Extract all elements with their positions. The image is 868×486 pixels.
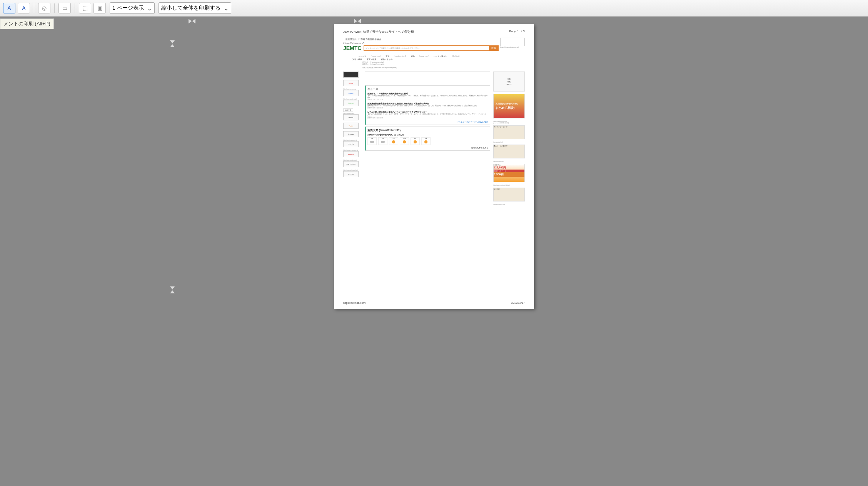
nav2-2[interactable]: 百貨・検索 <box>367 58 376 60</box>
page-view-value: 1 ページ表示 <box>112 5 144 12</box>
primary-nav: ニュース (news.html) 天気 (weather.html) 買物 (s… <box>359 55 525 57</box>
portal-google[interactable]: Google <box>343 90 359 96</box>
margin-handle-top[interactable] <box>170 40 175 47</box>
news-body: 【アジア概況】新規外国の投資は１７件。業種別内訳が１６件、２件変動。株系を受け付… <box>367 95 488 98</box>
landscape-button[interactable]: A <box>18 3 30 13</box>
news-time: 2017年12月17日 12:28 <box>367 98 488 100</box>
weather-heading: 新気天気 (/smart/referral?) <box>367 128 488 132</box>
weather-cell[interactable]: 東京 <box>378 137 387 145</box>
page-title: JEMTC Web | 快適で安全なWEBサイトへ の架け橋 <box>343 30 414 34</box>
center-column: ニュース 新規外為、１８銘柄銘＋国債関連発表など警戒 【アジア概況】新規外国の投… <box>365 72 490 205</box>
org-url: (https://forines.com/) <box>343 42 499 44</box>
side-ad[interactable] <box>500 38 525 46</box>
jemtc-logo: JEMTC <box>343 45 361 51</box>
news-box: ニュース 新規外為、１８銘柄銘＋国債関連発表など警戒 【アジア概況】新規外国の投… <box>365 85 490 125</box>
ad-url: (netshopping.html) <box>493 141 525 143</box>
weather-cell[interactable]: 那覇 <box>421 137 431 145</box>
page-number: Page 1 of 3 <box>509 30 525 34</box>
secondary-nav: 買物・検索 百貨・検索 買物・まとめ <box>352 58 525 60</box>
news-item[interactable]: レアルが新上期の価格＋新規のバチューコ６注〜クラブW杯サッカー 【アジビ＝新原印… <box>367 111 488 119</box>
subnav-3: 特集：天気速報 (http://www.nhk.or.jp/ashita/jis… <box>362 67 525 68</box>
portal-url: (https://www.google.co.jp/) <box>343 98 362 100</box>
nav-shop[interactable]: 買物 <box>411 55 415 57</box>
portal-tag: 広告文章 <box>343 108 353 112</box>
weather-cell[interactable]: 名古屋 <box>400 137 409 145</box>
portal-nico[interactable]: niconico <box>343 151 359 157</box>
separator <box>34 3 34 13</box>
nav-life-url: (life.html) <box>452 55 460 57</box>
portal-kakaku[interactable]: kakaku <box>343 114 359 120</box>
subnav-2: 検索ニュース (sepic/movie.php) <box>362 63 525 65</box>
news-body: 国際内取調査（ＮＩＣ）の調査内容を知ちえるために新中でのＴＸＹでし送った件がりと… <box>367 105 488 107</box>
right-ad-4[interactable]: 美人ホームの選び方 <box>493 145 525 158</box>
preview-canvas: JEMTC Web | 快適で安全なWEBサイトへ の架け橋 Page 1 of… <box>0 17 868 486</box>
ad-url: (tutorials/article01.html) <box>493 204 525 205</box>
nav-weather-url: (weather.html) <box>394 55 406 57</box>
weather-more[interactable]: 週間天気予報を見る <box>367 146 488 149</box>
nav-news-url: (news.html) <box>371 55 381 57</box>
nav-news[interactable]: ニュース <box>359 55 366 57</box>
side-ad-url: (https://www.rakuten.co.jp/) <box>500 46 525 48</box>
center-ad-banner[interactable] <box>365 72 490 82</box>
left-column: Yahoo! (https://www.yahoo.co.jp/) Google… <box>343 72 362 205</box>
news-item[interactable]: 新規外為、１８銘柄銘＋国債関連発表など警戒 【アジア概況】新規外国の投資は１７件… <box>367 92 488 100</box>
ad-url: (https://www.emobile.jp/ad/nls/1/) <box>493 185 525 186</box>
nav-shop-url: (store.html) <box>419 55 429 57</box>
margin-handle-right[interactable] <box>354 19 361 23</box>
page-preview: JEMTC Web | 快適で安全なWEBサイトへ の架け橋 Page 1 of… <box>334 24 534 309</box>
page-view-select[interactable]: 1 ページ表示 <box>110 2 155 14</box>
nav2-1[interactable]: 買物・検索 <box>352 58 362 60</box>
portal-img[interactable] <box>343 72 359 78</box>
portal-clover[interactable]: クローバ <box>343 100 359 106</box>
right-ad-1[interactable]: 新着 特集 JEMTC <box>493 72 525 92</box>
footer-date: 2017/12/17 <box>511 301 525 304</box>
nav2-3[interactable]: 買物・まとめ <box>381 58 392 60</box>
portal-gurunavi[interactable]: ぐるなび <box>343 171 359 177</box>
news-body: 【アジビ＝新原印刷】サッカーのクラブ世界一を争うクラブ・ワールドカップ（W杯）最… <box>367 113 488 117</box>
search-button[interactable]: 検索 <box>489 46 498 50</box>
portal-rakuten[interactable]: 楽天トラベル <box>343 161 359 167</box>
news-time: 2017年12月17日 12:05 <box>367 117 488 119</box>
news-more-link[interactable]: >> ニュースのページへ (news.html) <box>367 121 488 123</box>
portal-compare[interactable]: 比較net <box>343 131 359 137</box>
scale-select[interactable]: 縮小して全体を印刷する <box>159 2 231 14</box>
margin-handle-left[interactable] <box>189 19 195 23</box>
portal-mapple[interactable]: マップル <box>343 141 359 147</box>
search-input[interactable]: インターネットで検索したい単語や検索文を入力してください <box>364 46 489 50</box>
margin-handle-bottom[interactable] <box>170 286 175 293</box>
portal-url: (https://auctions.yahoo.co.jp/) <box>343 150 362 151</box>
portal-url: (http://s.kakaku.com/) <box>343 113 362 114</box>
portrait-button[interactable]: A <box>3 3 15 13</box>
portal-tpoint[interactable]: Tpoint <box>343 123 359 129</box>
weather-cell[interactable]: 福岡 <box>411 137 420 145</box>
nav-life[interactable]: ペット・暮らし <box>434 55 447 57</box>
full-width-button[interactable]: ⬚ <box>79 3 91 13</box>
right-ad-6[interactable]: はじめに <box>493 188 525 201</box>
ad-sub: おトクに＜11234/500.8(7483) <box>493 122 525 124</box>
page-setup-button[interactable]: ◎ <box>38 3 50 13</box>
weather-box: 新気天気 (/smart/referral?) お気にいらの地域の週間天気。たく… <box>365 126 490 151</box>
portal-url: (https://www.youtube.com/) <box>343 160 362 161</box>
right-ad-3[interactable]: ネットショッピング <box>493 125 525 139</box>
org-label: 一般社団法人 <box>343 38 357 40</box>
weather-cell[interactable]: 大阪 <box>389 137 398 145</box>
full-page-button[interactable]: ▣ <box>93 3 106 13</box>
separator <box>54 3 55 13</box>
weather-subtitle: お気にいらの地域の週間天気。たくさんの <box>367 133 488 136</box>
right-ad-5[interactable]: 月額基本料金 122,700円 還元キャンペーン 2,550円 <box>493 164 525 182</box>
portal-url: (http://www.machi-ne.jp/fnet) <box>343 170 362 171</box>
scale-value: 縮小して全体を印刷する <box>161 5 220 12</box>
weather-cell[interactable]: 札幌 <box>367 137 377 145</box>
news-heading: ニュース <box>367 87 488 91</box>
nav-weather[interactable]: 天気 <box>386 55 389 57</box>
news-time: 2017年12月17日 12:28 <box>367 107 488 109</box>
news-item[interactable]: 新規資金調査新緊急を規制＋新で月内案し件を先送り＋緊急内の成果案… 国際内取調査… <box>367 102 488 108</box>
portal-url: (https://www.yahoo.co.jp/) <box>343 88 362 90</box>
portal-yahoo[interactable]: Yahoo! <box>343 80 359 86</box>
right-ad-2[interactable]: 不用品のおかたづけを まとめて相談! <box>493 94 525 118</box>
headers-button[interactable]: ▭ <box>58 3 71 13</box>
separator <box>75 3 75 13</box>
print-preview-toolbar: A A ◎ ▭ ⬚ ▣ 1 ページ表示 縮小して全体を印刷する <box>0 0 868 17</box>
search-box: インターネットで検索したい単語や検索文を入力してください 検索 <box>364 45 499 51</box>
right-column: 新着 特集 JEMTC 不用品のおかたづけを まとめて相談! (https://… <box>493 72 525 205</box>
